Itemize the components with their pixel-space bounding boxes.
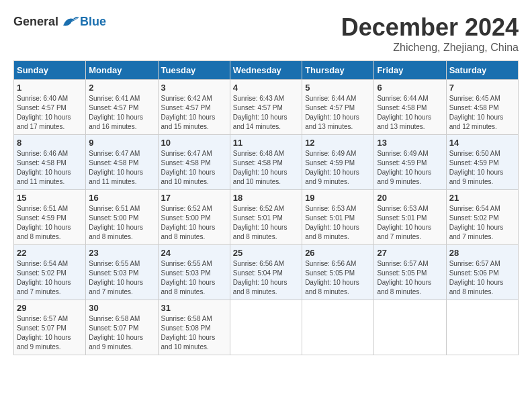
- day-info: Sunrise: 6:54 AM Sunset: 5:02 PM Dayligh…: [17, 259, 83, 297]
- day-number: 21: [449, 193, 515, 203]
- calendar-day-cell: 31Sunrise: 6:58 AM Sunset: 5:08 PM Dayli…: [158, 300, 230, 355]
- day-info: Sunrise: 6:43 AM Sunset: 4:57 PM Dayligh…: [233, 94, 299, 132]
- weekday-header-thursday: Thursday: [302, 61, 374, 80]
- logo-general: General: [13, 15, 58, 29]
- day-info: Sunrise: 6:58 AM Sunset: 5:07 PM Dayligh…: [89, 314, 154, 352]
- day-number: 30: [89, 303, 154, 313]
- calendar-day-cell: 4Sunrise: 6:43 AM Sunset: 4:57 PM Daylig…: [230, 80, 302, 135]
- day-info: Sunrise: 6:55 AM Sunset: 5:03 PM Dayligh…: [161, 259, 227, 297]
- logo: General Blue: [13, 13, 106, 30]
- day-number: 6: [377, 83, 443, 93]
- day-number: 11: [233, 138, 299, 148]
- weekday-header-wednesday: Wednesday: [230, 61, 302, 80]
- calendar-day-cell: 6Sunrise: 6:44 AM Sunset: 4:58 PM Daylig…: [374, 80, 446, 135]
- day-number: 7: [449, 83, 515, 93]
- day-number: 20: [377, 193, 443, 203]
- calendar-week-row: 22Sunrise: 6:54 AM Sunset: 5:02 PM Dayli…: [14, 245, 519, 300]
- day-info: Sunrise: 6:47 AM Sunset: 4:58 PM Dayligh…: [161, 149, 227, 187]
- location-title: Zhicheng, Zhejiang, China: [341, 42, 519, 54]
- day-info: Sunrise: 6:49 AM Sunset: 4:59 PM Dayligh…: [305, 149, 371, 187]
- calendar-day-cell: 24Sunrise: 6:55 AM Sunset: 5:03 PM Dayli…: [158, 245, 230, 300]
- calendar-day-cell: 11Sunrise: 6:48 AM Sunset: 4:58 PM Dayli…: [230, 135, 302, 190]
- calendar-day-cell: 26Sunrise: 6:56 AM Sunset: 5:05 PM Dayli…: [302, 245, 374, 300]
- calendar-day-cell: 7Sunrise: 6:45 AM Sunset: 4:58 PM Daylig…: [446, 80, 518, 135]
- day-info: Sunrise: 6:51 AM Sunset: 4:59 PM Dayligh…: [17, 204, 83, 242]
- day-number: 17: [161, 193, 227, 203]
- day-info: Sunrise: 6:56 AM Sunset: 5:05 PM Dayligh…: [305, 259, 371, 297]
- calendar-day-cell: 18Sunrise: 6:52 AM Sunset: 5:01 PM Dayli…: [230, 190, 302, 245]
- calendar-day-cell: 25Sunrise: 6:56 AM Sunset: 5:04 PM Dayli…: [230, 245, 302, 300]
- weekday-header-monday: Monday: [86, 61, 158, 80]
- day-info: Sunrise: 6:50 AM Sunset: 4:59 PM Dayligh…: [449, 149, 515, 187]
- calendar-day-cell: 30Sunrise: 6:58 AM Sunset: 5:07 PM Dayli…: [86, 300, 158, 355]
- calendar-day-cell: 1Sunrise: 6:40 AM Sunset: 4:57 PM Daylig…: [14, 80, 86, 135]
- calendar-day-cell: 3Sunrise: 6:42 AM Sunset: 4:57 PM Daylig…: [158, 80, 230, 135]
- day-number: 27: [377, 248, 443, 258]
- day-info: Sunrise: 6:46 AM Sunset: 4:58 PM Dayligh…: [17, 149, 83, 187]
- calendar-day-cell: [302, 300, 374, 355]
- logo-bird-icon: [60, 13, 80, 30]
- day-number: 28: [449, 248, 515, 258]
- calendar-day-cell: 2Sunrise: 6:41 AM Sunset: 4:57 PM Daylig…: [86, 80, 158, 135]
- day-info: Sunrise: 6:55 AM Sunset: 5:03 PM Dayligh…: [89, 259, 154, 297]
- day-number: 16: [89, 193, 154, 203]
- calendar-day-cell: 27Sunrise: 6:57 AM Sunset: 5:05 PM Dayli…: [374, 245, 446, 300]
- calendar-day-cell: 28Sunrise: 6:57 AM Sunset: 5:06 PM Dayli…: [446, 245, 518, 300]
- calendar-day-cell: [230, 300, 302, 355]
- day-number: 31: [161, 303, 227, 313]
- day-info: Sunrise: 6:41 AM Sunset: 4:57 PM Dayligh…: [89, 94, 154, 132]
- day-number: 29: [17, 303, 83, 313]
- calendar-week-row: 8Sunrise: 6:46 AM Sunset: 4:58 PM Daylig…: [14, 135, 519, 190]
- day-number: 26: [305, 248, 371, 258]
- calendar-day-cell: [374, 300, 446, 355]
- calendar-day-cell: 21Sunrise: 6:54 AM Sunset: 5:02 PM Dayli…: [446, 190, 518, 245]
- month-title: December 2024: [341, 13, 519, 42]
- day-info: Sunrise: 6:54 AM Sunset: 5:02 PM Dayligh…: [449, 204, 515, 242]
- calendar-day-cell: 29Sunrise: 6:57 AM Sunset: 5:07 PM Dayli…: [14, 300, 86, 355]
- day-info: Sunrise: 6:44 AM Sunset: 4:58 PM Dayligh…: [377, 94, 443, 132]
- day-number: 25: [233, 248, 299, 258]
- calendar-day-cell: 17Sunrise: 6:52 AM Sunset: 5:00 PM Dayli…: [158, 190, 230, 245]
- day-number: 5: [305, 83, 371, 93]
- day-info: Sunrise: 6:57 AM Sunset: 5:06 PM Dayligh…: [449, 259, 515, 297]
- calendar-day-cell: 19Sunrise: 6:53 AM Sunset: 5:01 PM Dayli…: [302, 190, 374, 245]
- calendar-week-row: 29Sunrise: 6:57 AM Sunset: 5:07 PM Dayli…: [14, 300, 519, 355]
- calendar-day-cell: 23Sunrise: 6:55 AM Sunset: 5:03 PM Dayli…: [86, 245, 158, 300]
- day-info: Sunrise: 6:52 AM Sunset: 5:00 PM Dayligh…: [161, 204, 227, 242]
- day-number: 15: [17, 193, 83, 203]
- day-number: 13: [377, 138, 443, 148]
- day-info: Sunrise: 6:44 AM Sunset: 4:57 PM Dayligh…: [305, 94, 371, 132]
- calendar-day-cell: 14Sunrise: 6:50 AM Sunset: 4:59 PM Dayli…: [446, 135, 518, 190]
- day-number: 1: [17, 83, 83, 93]
- day-number: 12: [305, 138, 371, 148]
- day-info: Sunrise: 6:53 AM Sunset: 5:01 PM Dayligh…: [305, 204, 371, 242]
- day-info: Sunrise: 6:56 AM Sunset: 5:04 PM Dayligh…: [233, 259, 299, 297]
- day-info: Sunrise: 6:58 AM Sunset: 5:08 PM Dayligh…: [161, 314, 227, 352]
- day-number: 9: [89, 138, 154, 148]
- calendar-day-cell: 10Sunrise: 6:47 AM Sunset: 4:58 PM Dayli…: [158, 135, 230, 190]
- calendar-week-row: 15Sunrise: 6:51 AM Sunset: 4:59 PM Dayli…: [14, 190, 519, 245]
- day-number: 24: [161, 248, 227, 258]
- calendar-day-cell: 8Sunrise: 6:46 AM Sunset: 4:58 PM Daylig…: [14, 135, 86, 190]
- day-info: Sunrise: 6:51 AM Sunset: 5:00 PM Dayligh…: [89, 204, 154, 242]
- header: General Blue December 2024 Zhicheng, Zhe…: [13, 13, 519, 54]
- day-number: 10: [161, 138, 227, 148]
- weekday-header-tuesday: Tuesday: [158, 61, 230, 80]
- day-number: 14: [449, 138, 515, 148]
- calendar-week-row: 1Sunrise: 6:40 AM Sunset: 4:57 PM Daylig…: [14, 80, 519, 135]
- day-info: Sunrise: 6:48 AM Sunset: 4:58 PM Dayligh…: [233, 149, 299, 187]
- day-number: 8: [17, 138, 83, 148]
- day-info: Sunrise: 6:52 AM Sunset: 5:01 PM Dayligh…: [233, 204, 299, 242]
- day-number: 2: [89, 83, 154, 93]
- calendar-day-cell: 13Sunrise: 6:49 AM Sunset: 4:59 PM Dayli…: [374, 135, 446, 190]
- day-info: Sunrise: 6:47 AM Sunset: 4:58 PM Dayligh…: [89, 149, 154, 187]
- day-number: 3: [161, 83, 227, 93]
- title-area: December 2024 Zhicheng, Zhejiang, China: [341, 13, 519, 54]
- calendar-day-cell: 22Sunrise: 6:54 AM Sunset: 5:02 PM Dayli…: [14, 245, 86, 300]
- calendar-day-cell: 9Sunrise: 6:47 AM Sunset: 4:58 PM Daylig…: [86, 135, 158, 190]
- day-info: Sunrise: 6:53 AM Sunset: 5:01 PM Dayligh…: [377, 204, 443, 242]
- day-number: 22: [17, 248, 83, 258]
- calendar-day-cell: 15Sunrise: 6:51 AM Sunset: 4:59 PM Dayli…: [14, 190, 86, 245]
- day-info: Sunrise: 6:45 AM Sunset: 4:58 PM Dayligh…: [449, 94, 515, 132]
- day-info: Sunrise: 6:57 AM Sunset: 5:05 PM Dayligh…: [377, 259, 443, 297]
